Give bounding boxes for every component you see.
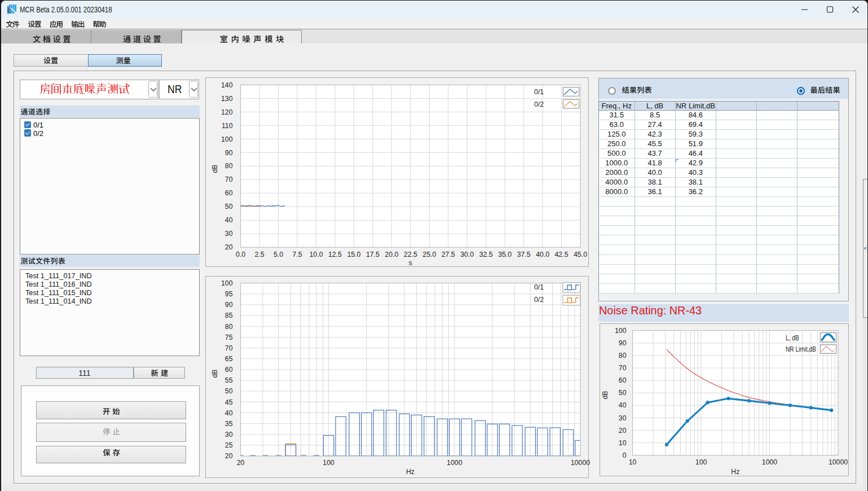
svg-text:40: 40 xyxy=(224,409,232,417)
svg-text:140: 140 xyxy=(221,81,232,89)
svg-text:100: 100 xyxy=(323,459,334,467)
svg-text:10: 10 xyxy=(618,439,626,447)
svg-text:27.5: 27.5 xyxy=(441,251,455,258)
svg-text:NR Limit,dB: NR Limit,dB xyxy=(786,345,816,353)
svg-text:120: 120 xyxy=(221,108,232,116)
svg-text:30: 30 xyxy=(224,230,232,238)
svg-text:55: 55 xyxy=(224,376,232,384)
svg-text:0: 0 xyxy=(622,451,626,459)
svg-text:25.0: 25.0 xyxy=(422,251,436,258)
svg-text:20: 20 xyxy=(224,452,232,460)
svg-text:1000: 1000 xyxy=(447,459,462,467)
svg-text:0/1: 0/1 xyxy=(534,283,543,291)
svg-text:17.5: 17.5 xyxy=(365,251,379,258)
svg-text:0/1: 0/1 xyxy=(534,88,543,96)
svg-text:65: 65 xyxy=(224,355,232,363)
svg-text:85: 85 xyxy=(224,312,232,319)
svg-text:Hz: Hz xyxy=(406,468,414,476)
svg-text:100: 100 xyxy=(614,327,626,335)
svg-text:90: 90 xyxy=(618,339,626,347)
svg-text:30: 30 xyxy=(618,414,626,422)
svg-text:80: 80 xyxy=(618,352,626,360)
svg-text:70: 70 xyxy=(224,344,232,352)
svg-text:110: 110 xyxy=(221,122,232,130)
svg-text:42.5: 42.5 xyxy=(554,251,568,258)
svg-text:45: 45 xyxy=(224,398,232,406)
svg-text:35: 35 xyxy=(224,420,232,428)
svg-text:60: 60 xyxy=(618,376,626,384)
svg-text:15.0: 15.0 xyxy=(347,251,360,258)
svg-text:40: 40 xyxy=(224,216,232,224)
svg-text:10: 10 xyxy=(628,458,636,466)
svg-text:0/2: 0/2 xyxy=(534,100,543,108)
svg-text:20.0: 20.0 xyxy=(385,251,398,258)
svg-text:35.0: 35.0 xyxy=(498,251,512,258)
svg-text:90: 90 xyxy=(224,301,232,309)
svg-text:40: 40 xyxy=(618,401,626,409)
svg-text:32.5: 32.5 xyxy=(479,251,492,258)
svg-text:20: 20 xyxy=(236,459,244,467)
svg-text:5.0: 5.0 xyxy=(273,251,283,258)
svg-text:2.5: 2.5 xyxy=(254,251,264,258)
svg-text:45.0: 45.0 xyxy=(574,251,587,258)
svg-text:0.0: 0.0 xyxy=(236,251,245,258)
svg-text:100: 100 xyxy=(221,135,232,143)
svg-text:10.0: 10.0 xyxy=(309,251,323,258)
svg-text:37.5: 37.5 xyxy=(517,251,530,258)
svg-text:25: 25 xyxy=(224,441,232,449)
svg-text:100: 100 xyxy=(695,458,707,466)
svg-text:dB: dB xyxy=(211,164,219,173)
svg-text:90: 90 xyxy=(224,149,232,157)
svg-text:30: 30 xyxy=(224,431,232,439)
svg-text:75: 75 xyxy=(224,334,232,341)
svg-text:60: 60 xyxy=(224,189,232,197)
svg-text:L, dB: L, dB xyxy=(786,334,799,342)
svg-text:70: 70 xyxy=(224,176,232,183)
svg-text:20: 20 xyxy=(618,427,626,435)
svg-text:60: 60 xyxy=(224,366,232,374)
svg-text:10000: 10000 xyxy=(828,458,847,466)
svg-text:50: 50 xyxy=(618,389,626,397)
svg-text:40.0: 40.0 xyxy=(536,251,549,258)
svg-text:95: 95 xyxy=(224,290,232,298)
svg-text:80: 80 xyxy=(224,162,232,170)
svg-text:30.0: 30.0 xyxy=(460,251,474,258)
svg-text:70: 70 xyxy=(618,364,626,372)
svg-text:20: 20 xyxy=(224,243,232,251)
svg-text:100: 100 xyxy=(221,279,232,287)
svg-text:10000: 10000 xyxy=(570,459,589,467)
svg-text:80: 80 xyxy=(224,323,232,331)
svg-text:50: 50 xyxy=(224,203,232,211)
svg-text:s: s xyxy=(408,259,412,267)
svg-text:Hz: Hz xyxy=(731,468,739,476)
svg-text:50: 50 xyxy=(224,387,232,395)
svg-text:130: 130 xyxy=(221,95,232,103)
svg-text:1000: 1000 xyxy=(761,458,777,466)
svg-text:0/2: 0/2 xyxy=(534,296,543,304)
svg-text:22.5: 22.5 xyxy=(403,251,417,258)
svg-text:12.5: 12.5 xyxy=(328,251,341,258)
svg-text:dB: dB xyxy=(601,391,609,399)
svg-text:7.5: 7.5 xyxy=(292,251,302,258)
svg-text:dB: dB xyxy=(211,369,219,378)
